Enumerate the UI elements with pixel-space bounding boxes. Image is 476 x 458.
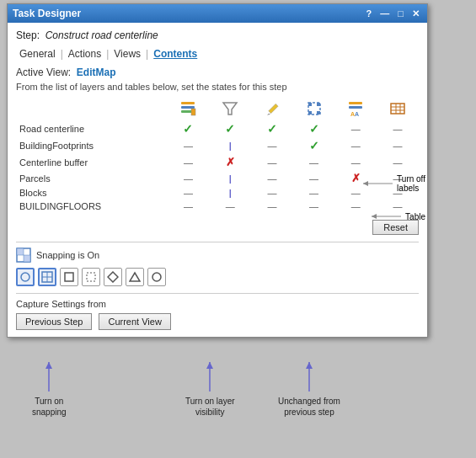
svg-rect-12 — [349, 102, 362, 104]
col-header-select — [293, 99, 335, 120]
cell-visible[interactable]: — — [168, 200, 210, 213]
col-header-table — [377, 99, 419, 120]
snap-tool-diamond[interactable] — [104, 268, 122, 286]
title-bar: Task Designer ? — □ ✕ — [8, 4, 427, 23]
cell-select[interactable]: — — [293, 200, 335, 213]
current-view-button[interactable]: Current View — [99, 313, 170, 330]
window-body: Step: Construct road centerline General … — [8, 23, 427, 337]
svg-rect-10 — [317, 103, 320, 106]
cell-visible[interactable]: — — [168, 154, 210, 170]
tab-views[interactable]: Views — [110, 46, 144, 61]
square-snap-icon — [63, 271, 75, 283]
layer-name: BUILDINGFLOORS — [16, 200, 168, 213]
filter-icon — [222, 100, 238, 117]
cell-edit[interactable]: — — [251, 170, 293, 186]
snap-tool-dotted-square[interactable] — [82, 268, 100, 286]
step-value: Construct road centerline — [45, 29, 158, 41]
task-designer-window: Task Designer ? — □ ✕ Step: Construct ro… — [7, 3, 428, 338]
cell-edit[interactable]: — — [251, 154, 293, 170]
svg-rect-33 — [87, 273, 95, 281]
cell-filter[interactable]: | — [209, 186, 251, 200]
cell-labels[interactable]: — — [334, 154, 377, 170]
turn-on-snapping-callout: Turn on snapping — [32, 362, 67, 418]
diamond-snap-icon — [107, 271, 119, 283]
svg-point-36 — [152, 273, 161, 281]
help-button[interactable]: ? — [364, 8, 375, 19]
cell-labels[interactable]: — — [334, 120, 377, 137]
maximize-button[interactable]: □ — [395, 8, 406, 19]
window-title: Task Designer — [13, 8, 81, 19]
minimize-button[interactable]: — — [377, 8, 392, 19]
cell-edit[interactable]: — — [251, 137, 293, 154]
cell-select[interactable]: — — [293, 186, 335, 200]
tabs-row: General | Actions | Views | Contents — [16, 46, 419, 61]
cell-filter[interactable]: ✓ — [209, 120, 251, 137]
labels-icon: A A — [347, 100, 364, 117]
snap-tool-square[interactable] — [60, 268, 78, 286]
unchanged-callout: Unchanged from previous step — [278, 362, 340, 418]
svg-rect-27 — [24, 255, 30, 262]
cell-table[interactable]: — — [377, 120, 419, 137]
col-header-labels: A A — [334, 99, 377, 120]
cell-labels[interactable]: — — [334, 200, 377, 213]
cell-select[interactable]: ✓ — [293, 137, 335, 154]
unchanged-label: Unchanged from previous step — [278, 396, 340, 418]
svg-rect-0 — [181, 102, 195, 104]
cell-select[interactable]: — — [293, 170, 335, 186]
cell-table[interactable]: — — [377, 154, 419, 170]
cell-edit[interactable]: ✓ — [251, 120, 293, 137]
snap-grid-icon — [16, 248, 31, 263]
layer-name: Centerline buffer — [16, 154, 168, 170]
table-callout-label: Table — [405, 212, 425, 221]
cell-visible[interactable]: — — [168, 137, 210, 154]
divider — [16, 242, 419, 242]
dotted-square-snap-icon — [85, 271, 97, 283]
svg-marker-35 — [130, 273, 140, 281]
previous-step-button[interactable]: Previous Step — [16, 313, 92, 330]
cell-select[interactable]: ✓ — [293, 120, 335, 137]
capture-label: Capture Settings from — [16, 299, 419, 309]
cell-select[interactable]: — — [293, 154, 335, 170]
svg-rect-3 — [191, 109, 195, 115]
reset-row: Reset — [16, 220, 419, 235]
cell-edit[interactable]: — — [251, 200, 293, 213]
layer-name: Blocks — [16, 186, 168, 200]
snapping-icon — [16, 248, 31, 263]
snap-tool-circle2[interactable] — [147, 268, 166, 286]
table-callout-arrow-icon — [372, 208, 405, 225]
snap-tools — [16, 268, 419, 286]
circle-snap-icon — [19, 271, 31, 283]
cell-visible[interactable]: — — [168, 170, 210, 186]
tab-general[interactable]: General — [16, 46, 59, 61]
svg-point-28 — [21, 273, 29, 281]
layer-name: Road centerline — [16, 120, 168, 137]
close-button[interactable]: ✕ — [409, 8, 422, 19]
cell-filter[interactable]: | — [209, 137, 251, 154]
cell-edit[interactable]: — — [251, 186, 293, 200]
select-icon — [306, 100, 323, 117]
svg-marker-38 — [45, 362, 52, 369]
table-row: Parcels — | — — ✗ — — [16, 170, 419, 186]
svg-rect-13 — [349, 106, 362, 109]
table-row: Centerline buffer — ✗ — — — — — [16, 154, 419, 170]
snap-tool-grid[interactable] — [38, 268, 56, 286]
active-view-row: Active View: EditMap — [16, 67, 419, 78]
cell-visible[interactable]: — — [168, 186, 210, 200]
cell-filter[interactable]: ✗ — [209, 154, 251, 170]
turn-off-labels-label: Turn offlabels — [397, 174, 425, 193]
cell-filter[interactable]: — — [209, 200, 251, 213]
description: From the list of layers and tables below… — [16, 82, 419, 92]
table-icon — [389, 100, 406, 117]
cell-labels[interactable]: — — [334, 137, 377, 154]
snapping-arrow-icon — [40, 362, 57, 396]
svg-rect-32 — [65, 273, 73, 281]
tab-contents[interactable]: Contents — [150, 46, 201, 61]
cell-filter[interactable]: | — [209, 170, 251, 186]
cell-table[interactable]: — — [377, 137, 419, 154]
tab-actions[interactable]: Actions — [65, 46, 104, 61]
snap-tool-circle[interactable] — [16, 268, 35, 286]
snap-tool-triangle[interactable] — [126, 268, 144, 286]
cell-visible[interactable]: ✓ — [168, 120, 210, 137]
col-header-filter — [209, 99, 251, 120]
svg-rect-8 — [308, 103, 312, 106]
